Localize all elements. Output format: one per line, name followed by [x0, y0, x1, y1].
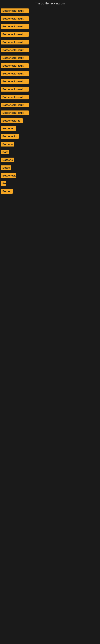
result-row: Bottleneck result — [0, 78, 100, 85]
bottleneck-badge[interactable]: Bottleneck result — [1, 40, 29, 44]
bottleneck-badge[interactable]: Bottleneck r — [1, 134, 19, 139]
bottleneck-badge[interactable]: Bott — [1, 150, 9, 154]
site-title: TheBottlenecker.com — [0, 0, 100, 7]
result-row: Bottleneck result — [0, 7, 100, 15]
result-row: Bottleneck result — [0, 22, 100, 30]
result-row: Bottleneck res — [0, 117, 100, 124]
bottleneck-badge[interactable]: Bottleneck result — [1, 8, 29, 13]
bottleneck-badge[interactable]: Bottleneck result — [1, 103, 29, 107]
bottleneck-badge[interactable]: Bottleneck result — [1, 110, 29, 115]
vertical-line — [1, 523, 1, 644]
bottleneck-badge[interactable]: Bo — [1, 181, 6, 186]
result-row: Bottleneck result — [0, 15, 100, 22]
result-row: Bottleneck result — [0, 62, 100, 70]
result-row: Bottleneck result — [0, 109, 100, 117]
result-row: Bottleneck result — [0, 30, 100, 38]
bottleneck-badge[interactable]: Bottleneck result — [1, 79, 29, 84]
bottleneck-badge[interactable]: Bottleneck result — [1, 87, 29, 92]
result-row: Bottleneck result — [0, 38, 100, 46]
bottleneck-badge[interactable]: Bottleneck result — [1, 16, 29, 21]
result-row: Bottleneck result — [0, 85, 100, 93]
result-row: Bottlenec — [0, 124, 100, 132]
bottleneck-badge[interactable]: Bottleneck result — [1, 71, 29, 76]
bottleneck-badge[interactable]: Bottlene — [1, 158, 14, 162]
bottleneck-badge[interactable]: Bottleneck result — [1, 95, 29, 100]
result-row: Bottlene — [0, 140, 100, 148]
results-list: Bottleneck resultBottleneck resultBottle… — [0, 7, 100, 195]
bottleneck-badge[interactable]: Bottleneck result — [1, 32, 29, 37]
bottleneck-badge[interactable]: Bottlenec — [1, 126, 16, 131]
result-row: Bottleneck result — [0, 46, 100, 54]
result-row: Bottlen — [0, 187, 100, 195]
result-row: Bottle — [0, 164, 100, 172]
site-header: TheBottlenecker.com — [0, 0, 100, 7]
bottleneck-badge[interactable]: Bottlen — [1, 189, 13, 194]
result-row: Bott — [0, 148, 100, 156]
result-row: Bottleneck result — [0, 93, 100, 101]
result-row: Bottleneck — [0, 172, 100, 180]
result-row: Bottleneck result — [0, 54, 100, 62]
bottleneck-badge[interactable]: Bottleneck result — [1, 48, 29, 52]
bottleneck-badge[interactable]: Bottlene — [1, 142, 14, 146]
bottleneck-badge[interactable]: Bottle — [1, 166, 11, 170]
bottleneck-badge[interactable]: Bottleneck result — [1, 56, 29, 60]
result-row: Bo — [0, 180, 100, 187]
bottleneck-badge[interactable]: Bottleneck result — [1, 24, 29, 29]
bottleneck-badge[interactable]: Bottleneck res — [1, 118, 23, 123]
result-row: Bottleneck r — [0, 132, 100, 140]
result-row: Bottleneck result — [0, 70, 100, 78]
bottleneck-badge[interactable]: Bottleneck — [1, 173, 16, 178]
result-row: Bottleneck result — [0, 101, 100, 109]
bottleneck-badge[interactable]: Bottleneck result — [1, 64, 29, 68]
result-row: Bottlene — [0, 156, 100, 164]
